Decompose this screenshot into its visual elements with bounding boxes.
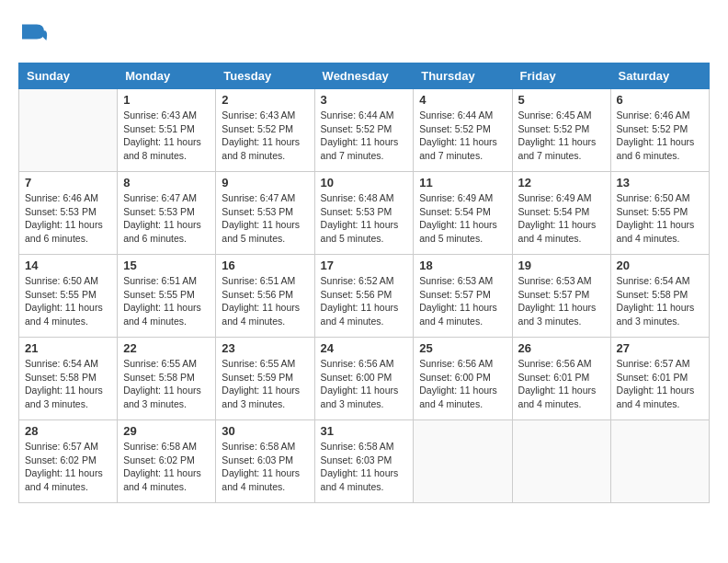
cell-content: Sunrise: 6:46 AM Sunset: 5:53 PM Dayligh… — [25, 191, 111, 246]
calendar-cell: 18Sunrise: 6:53 AM Sunset: 5:57 PM Dayli… — [414, 255, 512, 338]
day-number: 14 — [25, 259, 111, 272]
cell-content: Sunrise: 6:57 AM Sunset: 6:01 PM Dayligh… — [617, 357, 703, 411]
weekday-header-wednesday: Wednesday — [314, 63, 414, 89]
cell-content: Sunrise: 6:58 AM Sunset: 6:03 PM Dayligh… — [222, 440, 308, 494]
calendar-cell: 3Sunrise: 6:44 AM Sunset: 5:52 PM Daylig… — [314, 89, 414, 172]
day-number: 25 — [419, 341, 506, 355]
cell-content: Sunrise: 6:49 AM Sunset: 5:54 PM Dayligh… — [419, 191, 506, 246]
calendar-cell: 16Sunrise: 6:51 AM Sunset: 5:56 PM Dayli… — [216, 255, 314, 338]
cell-content: Sunrise: 6:46 AM Sunset: 5:52 PM Dayligh… — [617, 109, 703, 163]
calendar-week-3: 14Sunrise: 6:50 AM Sunset: 5:55 PM Dayli… — [19, 255, 710, 338]
cell-content: Sunrise: 6:48 AM Sunset: 5:53 PM Dayligh… — [321, 191, 408, 246]
day-number: 30 — [222, 424, 308, 438]
calendar-week-5: 28Sunrise: 6:57 AM Sunset: 6:02 PM Dayli… — [19, 420, 710, 503]
cell-content: Sunrise: 6:56 AM Sunset: 6:01 PM Dayligh… — [518, 357, 605, 411]
weekday-header-friday: Friday — [512, 63, 610, 89]
day-number: 31 — [321, 424, 408, 438]
cell-content: Sunrise: 6:55 AM Sunset: 5:58 PM Dayligh… — [123, 357, 210, 411]
calendar-cell: 15Sunrise: 6:51 AM Sunset: 5:55 PM Dayli… — [118, 255, 216, 338]
weekday-header-monday: Monday — [118, 63, 216, 89]
cell-content: Sunrise: 6:58 AM Sunset: 6:03 PM Dayligh… — [321, 440, 408, 494]
calendar-cell: 6Sunrise: 6:46 AM Sunset: 5:52 PM Daylig… — [610, 89, 709, 172]
cell-content: Sunrise: 6:50 AM Sunset: 5:55 PM Dayligh… — [617, 191, 703, 246]
calendar-cell: 25Sunrise: 6:56 AM Sunset: 6:00 PM Dayli… — [414, 338, 512, 420]
cell-content: Sunrise: 6:51 AM Sunset: 5:55 PM Dayligh… — [123, 274, 210, 328]
day-number: 18 — [419, 259, 506, 272]
day-number: 27 — [617, 341, 703, 355]
calendar-cell: 1Sunrise: 6:43 AM Sunset: 5:51 PM Daylig… — [118, 89, 216, 172]
day-number: 12 — [518, 176, 605, 190]
calendar-table: SundayMondayTuesdayWednesdayThursdayFrid… — [18, 63, 710, 503]
day-number: 7 — [25, 176, 111, 190]
day-number: 28 — [25, 424, 111, 438]
calendar-cell: 22Sunrise: 6:55 AM Sunset: 5:58 PM Dayli… — [118, 338, 216, 420]
calendar-cell: 7Sunrise: 6:46 AM Sunset: 5:53 PM Daylig… — [19, 172, 118, 255]
cell-content: Sunrise: 6:52 AM Sunset: 5:56 PM Dayligh… — [321, 274, 408, 328]
cell-content: Sunrise: 6:47 AM Sunset: 5:53 PM Dayligh… — [222, 191, 308, 246]
day-number: 1 — [123, 93, 210, 107]
weekday-header-sunday: Sunday — [19, 63, 118, 89]
calendar-cell: 29Sunrise: 6:58 AM Sunset: 6:02 PM Dayli… — [118, 420, 216, 503]
calendar-cell: 13Sunrise: 6:50 AM Sunset: 5:55 PM Dayli… — [610, 172, 709, 255]
cell-content: Sunrise: 6:56 AM Sunset: 6:00 PM Dayligh… — [419, 357, 506, 411]
weekday-header-tuesday: Tuesday — [216, 63, 314, 89]
calendar-cell — [610, 420, 709, 503]
page-header — [18, 18, 710, 48]
calendar-week-1: 1Sunrise: 6:43 AM Sunset: 5:51 PM Daylig… — [19, 89, 710, 172]
day-number: 5 — [518, 93, 605, 107]
calendar-cell: 5Sunrise: 6:45 AM Sunset: 5:52 PM Daylig… — [512, 89, 610, 172]
cell-content: Sunrise: 6:44 AM Sunset: 5:52 PM Dayligh… — [419, 109, 506, 163]
logo-icon — [18, 18, 48, 48]
calendar-cell: 19Sunrise: 6:53 AM Sunset: 5:57 PM Dayli… — [512, 255, 610, 338]
calendar-cell: 26Sunrise: 6:56 AM Sunset: 6:01 PM Dayli… — [512, 338, 610, 420]
day-number: 15 — [123, 259, 210, 272]
calendar-cell: 31Sunrise: 6:58 AM Sunset: 6:03 PM Dayli… — [314, 420, 414, 503]
cell-content: Sunrise: 6:56 AM Sunset: 6:00 PM Dayligh… — [321, 357, 408, 411]
weekday-header-thursday: Thursday — [414, 63, 512, 89]
day-number: 4 — [419, 93, 506, 107]
calendar-cell: 11Sunrise: 6:49 AM Sunset: 5:54 PM Dayli… — [414, 172, 512, 255]
cell-content: Sunrise: 6:55 AM Sunset: 5:59 PM Dayligh… — [222, 357, 308, 411]
cell-content: Sunrise: 6:49 AM Sunset: 5:54 PM Dayligh… — [518, 191, 605, 246]
cell-content: Sunrise: 6:57 AM Sunset: 6:02 PM Dayligh… — [25, 440, 111, 494]
logo — [18, 18, 51, 48]
calendar-cell: 28Sunrise: 6:57 AM Sunset: 6:02 PM Dayli… — [19, 420, 118, 503]
day-number: 6 — [617, 93, 703, 107]
calendar-cell: 9Sunrise: 6:47 AM Sunset: 5:53 PM Daylig… — [216, 172, 314, 255]
calendar-week-2: 7Sunrise: 6:46 AM Sunset: 5:53 PM Daylig… — [19, 172, 710, 255]
calendar-cell: 30Sunrise: 6:58 AM Sunset: 6:03 PM Dayli… — [216, 420, 314, 503]
calendar-cell — [414, 420, 512, 503]
cell-content: Sunrise: 6:50 AM Sunset: 5:55 PM Dayligh… — [25, 274, 111, 328]
day-number: 23 — [222, 341, 308, 355]
calendar-cell — [19, 89, 118, 172]
calendar-cell: 21Sunrise: 6:54 AM Sunset: 5:58 PM Dayli… — [19, 338, 118, 420]
calendar-header-row: SundayMondayTuesdayWednesdayThursdayFrid… — [19, 63, 710, 89]
calendar-cell: 14Sunrise: 6:50 AM Sunset: 5:55 PM Dayli… — [19, 255, 118, 338]
cell-content: Sunrise: 6:43 AM Sunset: 5:51 PM Dayligh… — [123, 109, 210, 163]
cell-content: Sunrise: 6:54 AM Sunset: 5:58 PM Dayligh… — [25, 357, 111, 411]
calendar-cell: 27Sunrise: 6:57 AM Sunset: 6:01 PM Dayli… — [610, 338, 709, 420]
day-number: 19 — [518, 259, 605, 272]
cell-content: Sunrise: 6:51 AM Sunset: 5:56 PM Dayligh… — [222, 274, 308, 328]
calendar-cell: 10Sunrise: 6:48 AM Sunset: 5:53 PM Dayli… — [314, 172, 414, 255]
day-number: 21 — [25, 341, 111, 355]
day-number: 22 — [123, 341, 210, 355]
weekday-header-saturday: Saturday — [610, 63, 709, 89]
day-number: 11 — [419, 176, 506, 190]
day-number: 24 — [321, 341, 408, 355]
calendar-cell: 23Sunrise: 6:55 AM Sunset: 5:59 PM Dayli… — [216, 338, 314, 420]
day-number: 13 — [617, 176, 703, 190]
cell-content: Sunrise: 6:44 AM Sunset: 5:52 PM Dayligh… — [321, 109, 408, 163]
day-number: 16 — [222, 259, 308, 272]
day-number: 26 — [518, 341, 605, 355]
day-number: 9 — [222, 176, 308, 190]
cell-content: Sunrise: 6:53 AM Sunset: 5:57 PM Dayligh… — [518, 274, 605, 328]
cell-content: Sunrise: 6:45 AM Sunset: 5:52 PM Dayligh… — [518, 109, 605, 163]
cell-content: Sunrise: 6:53 AM Sunset: 5:57 PM Dayligh… — [419, 274, 506, 328]
day-number: 20 — [617, 259, 703, 272]
calendar-cell: 20Sunrise: 6:54 AM Sunset: 5:58 PM Dayli… — [610, 255, 709, 338]
day-number: 17 — [321, 259, 408, 272]
day-number: 29 — [123, 424, 210, 438]
cell-content: Sunrise: 6:58 AM Sunset: 6:02 PM Dayligh… — [123, 440, 210, 494]
cell-content: Sunrise: 6:47 AM Sunset: 5:53 PM Dayligh… — [123, 191, 210, 246]
